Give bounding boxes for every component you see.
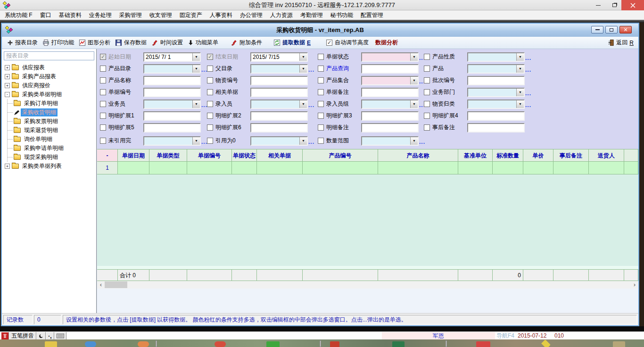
detail-ext6-checkbox[interactable]: ✓ <box>207 124 213 131</box>
ellipsis-icon[interactable]: ... <box>308 64 317 73</box>
batch-no-checkbox[interactable]: ✓ <box>424 77 430 83</box>
taskbar-icon[interactable] <box>613 341 625 347</box>
grid-cell[interactable] <box>523 162 553 174</box>
entry-group-select[interactable]: ▼ <box>361 99 419 109</box>
taskbar-icon[interactable] <box>476 341 490 347</box>
dropdown-arrow-icon[interactable]: ▼ <box>516 89 524 96</box>
ellipsis-icon[interactable]: ... <box>308 136 317 145</box>
grid-cell[interactable] <box>257 162 303 174</box>
restore-button[interactable] <box>607 0 621 10</box>
mdi-restore-button[interactable] <box>605 26 618 33</box>
detail-ext2-checkbox[interactable]: ✓ <box>207 113 213 119</box>
scrollbar-thumb[interactable] <box>105 281 127 288</box>
expand-icon[interactable]: + <box>5 164 10 169</box>
dropdown-arrow-icon[interactable]: ▼ <box>192 100 200 108</box>
reference-zero-select[interactable]: ▼ <box>250 136 308 146</box>
taskbar-icon[interactable] <box>45 341 57 347</box>
grid-header-cell[interactable]: 单据日期 <box>118 149 149 162</box>
menu-base-data[interactable]: 基础资料 <box>55 10 85 20</box>
grid-header-cell[interactable]: - <box>97 149 118 162</box>
time-settings-button[interactable]: 时间设置 <box>149 38 185 48</box>
product-nature-select[interactable]: ▼ <box>467 52 525 62</box>
close-button[interactable] <box>621 0 644 10</box>
grid-cell[interactable] <box>589 162 624 174</box>
ellipsis-icon[interactable]: ... <box>525 99 534 108</box>
expand-icon[interactable]: + <box>5 65 10 70</box>
not-fully-referenced-select[interactable]: ▼ <box>143 136 201 146</box>
detail-ext5-input[interactable] <box>143 123 201 132</box>
menu-config[interactable]: 配置管理 <box>357 10 387 20</box>
not-fully-referenced-checkbox[interactable]: ✓ <box>100 138 106 144</box>
qty-range-select[interactable]: ▼ <box>361 136 419 146</box>
ellipsis-icon[interactable]: ... <box>419 136 428 145</box>
taskbar-icon[interactable] <box>392 341 405 347</box>
grid-header-cell[interactable]: 相关单据 <box>257 149 303 162</box>
tree-item-supply-reports[interactable]: + 供应报表 <box>5 63 96 72</box>
product-name-checkbox[interactable]: ✓ <box>100 77 106 83</box>
product-query-checkbox[interactable]: ✓ <box>318 66 324 72</box>
detail-ext1-input[interactable] <box>143 111 201 121</box>
dropdown-arrow-icon[interactable]: ▼ <box>410 137 418 145</box>
parent-catalog-select[interactable]: ▼ <box>250 64 308 74</box>
grid-header-cell[interactable]: 送货人 <box>589 149 624 162</box>
detail-remark-checkbox[interactable]: ✓ <box>318 124 324 131</box>
dropdown-arrow-icon[interactable]: ▼ <box>192 53 200 61</box>
detail-remark-input[interactable] <box>361 123 419 132</box>
print-button[interactable]: 打印功能 <box>40 38 76 48</box>
menu-business[interactable]: 业务处理 <box>85 10 116 20</box>
minimize-button[interactable] <box>590 0 606 10</box>
grid-cell[interactable] <box>118 162 149 174</box>
detail-ext4-checkbox[interactable]: ✓ <box>424 113 430 119</box>
grid-cell[interactable] <box>553 162 589 174</box>
material-no-checkbox[interactable]: ✓ <box>207 77 213 83</box>
grid-cell[interactable] <box>187 162 232 174</box>
doc-status-checkbox[interactable]: ✓ <box>318 54 324 60</box>
product-checkbox[interactable]: ✓ <box>424 66 430 72</box>
doc-status-select[interactable]: ▼ <box>361 52 419 62</box>
dropdown-arrow-icon[interactable]: ▼ <box>516 53 524 61</box>
grid-header-cell[interactable]: 事后备注 <box>553 149 589 162</box>
product-nature-checkbox[interactable]: ✓ <box>424 54 430 60</box>
tree-item-inquiry-detail[interactable]: 询价单明细 <box>8 135 96 144</box>
dropdown-arrow-icon[interactable]: ▼ <box>410 100 418 108</box>
mdi-close-button[interactable]: ✕ <box>619 26 632 33</box>
dropdown-arrow-icon[interactable]: ▼ <box>299 65 307 73</box>
start-date-input[interactable]: 2015/ 7/ 1▼ <box>143 52 201 62</box>
tree-item-purchase-doc-details[interactable]: - 采购类单据明细 <box>5 90 96 99</box>
scroll-left-icon[interactable]: ‹ <box>97 281 105 289</box>
ime-mode-label[interactable]: 五笔拼音 <box>9 332 36 340</box>
return-button[interactable]: 返回R <box>607 39 636 47</box>
salesperson-select[interactable]: ▼ <box>143 99 201 109</box>
ime-keyboard-icon[interactable] <box>54 332 66 340</box>
doc-no-input[interactable] <box>143 88 201 97</box>
graph-analysis-button[interactable]: 图形分析 <box>76 38 113 48</box>
tree-item-purchase-order-detail[interactable]: 采购订单明细 <box>8 99 96 108</box>
related-doc-input[interactable] <box>250 88 308 97</box>
tree-item-purchase-product-reports[interactable]: + 采购产品报表 <box>5 72 96 81</box>
business-dept-checkbox[interactable]: ✓ <box>424 89 430 95</box>
dropdown-arrow-icon[interactable]: ▼ <box>516 100 524 108</box>
menu-secretary[interactable]: 秘书功能 <box>327 10 357 20</box>
grid-cell[interactable] <box>232 162 257 174</box>
doc-no-checkbox[interactable]: ✓ <box>100 89 106 95</box>
dropdown-arrow-icon[interactable]: ▼ <box>516 65 524 73</box>
batch-no-input[interactable] <box>467 76 525 85</box>
product-name-input[interactable] <box>143 76 201 85</box>
menu-office[interactable]: 办公管理 <box>236 10 266 20</box>
grid-header-cell[interactable]: 单据类型 <box>149 149 187 162</box>
product-catalog-checkbox[interactable]: ✓ <box>100 66 106 72</box>
auto-height-checkbox[interactable]: ✓ <box>326 40 332 46</box>
tree-item-supplier-quotes[interactable]: + 供应商报价 <box>5 81 96 90</box>
ellipsis-icon[interactable]: ... <box>525 64 534 73</box>
tree-item-purchase-request-detail[interactable]: 采购申请单明细 <box>8 144 96 153</box>
product-query-input[interactable] <box>361 64 419 74</box>
grid-cell[interactable] <box>378 162 458 174</box>
taskbar-icon[interactable] <box>330 341 339 347</box>
product-set-checkbox[interactable]: ✓ <box>318 77 324 83</box>
taskbar-icon[interactable] <box>85 341 96 347</box>
related-doc-checkbox[interactable]: ✓ <box>207 89 213 95</box>
grid-header-cell[interactable]: 产品名称 <box>378 149 458 162</box>
horizontal-scrollbar[interactable]: ‹ › <box>97 281 638 289</box>
tree-item-purchase-invoice-detail[interactable]: 采购发票明细 <box>8 117 96 126</box>
collapse-icon[interactable]: - <box>5 92 10 97</box>
